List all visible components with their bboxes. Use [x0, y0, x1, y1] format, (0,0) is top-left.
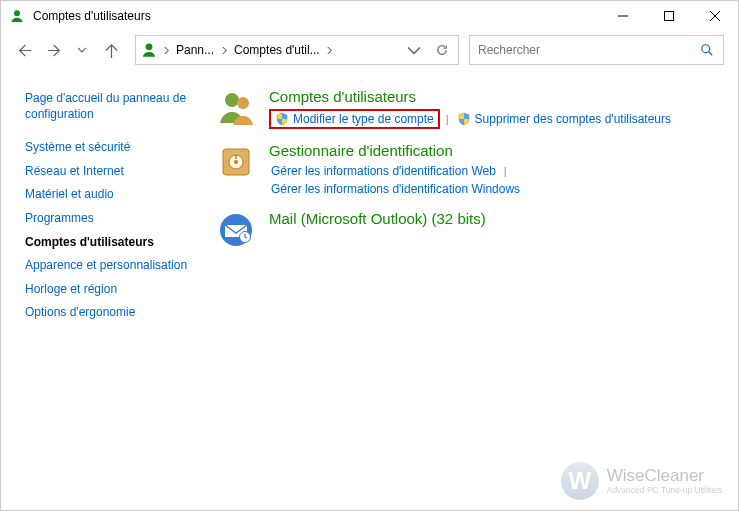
sidebar-item[interactable]: Horloge et région	[25, 278, 205, 302]
address-bar[interactable]: Pann... Comptes d'util...	[135, 35, 459, 65]
category-row: Gestionnaire d'identificationGérer les i…	[215, 141, 722, 197]
category-title[interactable]: Mail (Microsoft Outlook) (32 bits)	[269, 209, 722, 229]
sidebar-item[interactable]: Options d'ergonomie	[25, 301, 205, 325]
search-box[interactable]	[469, 35, 724, 65]
svg-point-0	[14, 10, 20, 16]
sidebar-item[interactable]: Système et sécurité	[25, 136, 205, 160]
sidebar-item[interactable]: Apparence et personnalisation	[25, 254, 205, 278]
maximize-button[interactable]	[646, 1, 692, 31]
breadcrumb-item[interactable]: Comptes d'util...	[232, 36, 322, 64]
chevron-right-icon[interactable]	[160, 47, 172, 54]
task-link[interactable]: Modifier le type de compte	[269, 109, 440, 129]
task-label: Modifier le type de compte	[293, 112, 434, 126]
search-input[interactable]	[470, 36, 723, 64]
task-label: Gérer les informations d'identification …	[271, 182, 520, 196]
sidebar-item[interactable]: Comptes d'utilisateurs	[25, 231, 205, 255]
breadcrumb-text: Pann...	[176, 43, 214, 57]
chevron-right-icon[interactable]	[324, 47, 336, 54]
category-title[interactable]: Gestionnaire d'identification	[269, 141, 722, 161]
svg-point-9	[237, 97, 249, 109]
window-title: Comptes d'utilisateurs	[33, 9, 600, 23]
title-bar: Comptes d'utilisateurs	[1, 1, 738, 31]
breadcrumb-item[interactable]: Pann...	[174, 36, 216, 64]
sidebar-list: Système et sécuritéRéseau et InternetMat…	[25, 136, 205, 325]
category-icon	[215, 209, 257, 251]
shield-icon	[457, 112, 471, 126]
shield-icon	[275, 112, 289, 126]
task-link[interactable]: Gérer les informations d'identification …	[269, 163, 498, 179]
task-label: Gérer les informations d'identification …	[271, 164, 496, 178]
task-link[interactable]: Supprimer des comptes d'utilisateurs	[455, 111, 673, 127]
sidebar-item[interactable]: Réseau et Internet	[25, 160, 205, 184]
category-icon	[215, 87, 257, 129]
svg-point-5	[146, 43, 153, 50]
address-icon	[140, 41, 158, 59]
close-button[interactable]	[692, 1, 738, 31]
category-row: Comptes d'utilisateursModifier le type d…	[215, 87, 722, 129]
category-icon	[215, 141, 257, 183]
address-dropdown[interactable]	[400, 44, 428, 56]
watermark-title: WiseCleaner	[607, 467, 722, 485]
sidebar: Page d'accueil du panneau de configurati…	[1, 87, 211, 510]
task-link[interactable]: Gérer les informations d'identification …	[269, 181, 522, 197]
task-label: Supprimer des comptes d'utilisateurs	[475, 112, 671, 126]
sidebar-item[interactable]: Programmes	[25, 207, 205, 231]
history-dropdown[interactable]	[73, 36, 91, 64]
breadcrumb-text: Comptes d'util...	[234, 43, 320, 57]
task-separator: |	[440, 113, 455, 125]
up-button[interactable]	[97, 36, 125, 64]
sidebar-item[interactable]: Matériel et audio	[25, 183, 205, 207]
svg-line-7	[709, 52, 713, 56]
refresh-button[interactable]	[428, 44, 456, 56]
svg-rect-2	[665, 12, 674, 21]
watermark-logo: W	[561, 462, 599, 500]
minimize-button[interactable]	[600, 1, 646, 31]
forward-button[interactable]	[41, 36, 69, 64]
category-title[interactable]: Comptes d'utilisateurs	[269, 87, 722, 107]
task-separator: |	[498, 165, 513, 177]
category-row: Mail (Microsoft Outlook) (32 bits)	[215, 209, 722, 251]
watermark: W WiseCleaner Advanced PC Tune-up Utilit…	[561, 462, 722, 500]
chevron-right-icon[interactable]	[218, 47, 230, 54]
sidebar-home[interactable]: Page d'accueil du panneau de configurati…	[25, 87, 205, 126]
search-icon[interactable]	[693, 36, 721, 64]
svg-point-12	[234, 160, 238, 164]
watermark-subtitle: Advanced PC Tune-up Utilities	[607, 485, 722, 495]
user-accounts-icon	[9, 8, 25, 24]
back-button[interactable]	[9, 36, 37, 64]
nav-bar: Pann... Comptes d'util...	[1, 31, 738, 69]
svg-point-6	[702, 45, 710, 53]
svg-point-8	[225, 93, 239, 107]
main-content: Comptes d'utilisateursModifier le type d…	[211, 87, 738, 510]
